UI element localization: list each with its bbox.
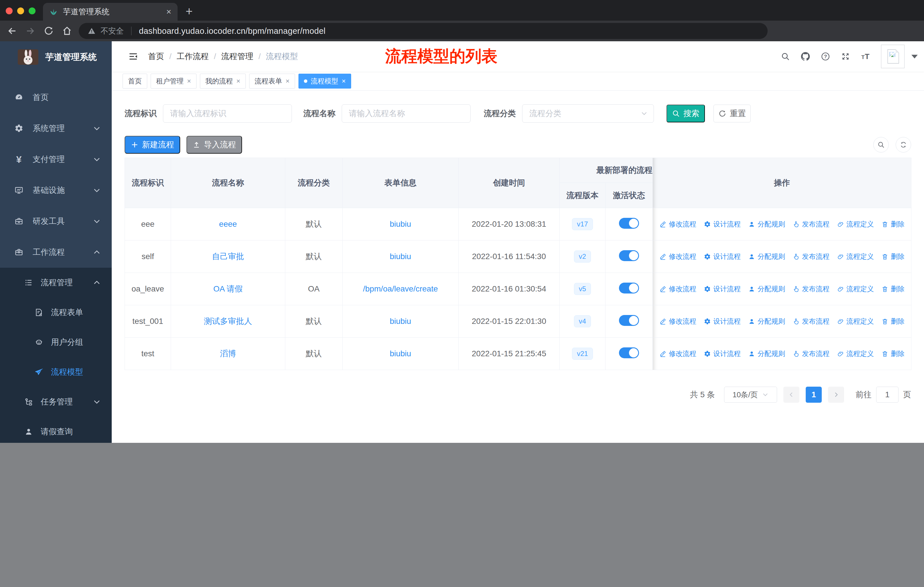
refresh-table-button[interactable] <box>896 137 911 152</box>
github-icon[interactable] <box>801 52 810 61</box>
delete-link[interactable]: 删除 <box>881 317 904 326</box>
form-info-link[interactable]: biubiu <box>390 317 411 326</box>
process-category-select[interactable]: 流程分类 <box>522 104 654 123</box>
breadcrumb-process-mgmt[interactable]: 流程管理 <box>221 51 254 62</box>
home-icon[interactable] <box>62 26 72 36</box>
assign-rule-link[interactable]: 分配规则 <box>748 252 785 261</box>
browser-tab[interactable]: 芋道管理系统 × <box>43 3 178 21</box>
back-icon[interactable] <box>7 26 17 36</box>
new-tab-button[interactable]: + <box>186 5 193 18</box>
process-name-link[interactable]: eeee <box>219 220 237 228</box>
search-button[interactable]: 搜索 <box>667 105 705 122</box>
form-info-link[interactable]: biubiu <box>390 252 411 261</box>
active-toggle[interactable] <box>619 315 639 326</box>
process-name-link[interactable]: 测试多审批人 <box>204 317 252 326</box>
sidebar-item-infra[interactable]: 基础设施 <box>0 175 112 206</box>
process-id-input[interactable] <box>163 104 292 123</box>
flow-definition-link[interactable]: 流程定义 <box>837 252 874 261</box>
publish-flow-link[interactable]: 发布流程 <box>792 317 830 326</box>
question-icon[interactable]: ? <box>821 52 830 61</box>
sidebar-item-leave-query[interactable]: 请假查询 <box>0 417 112 443</box>
form-info-link[interactable]: /bpm/oa/leave/create <box>363 284 438 293</box>
assign-rule-link[interactable]: 分配规则 <box>748 349 785 358</box>
avatar[interactable] <box>881 45 904 68</box>
forward-icon[interactable] <box>25 26 36 36</box>
modify-flow-link[interactable]: 修改流程 <box>659 349 696 358</box>
assign-rule-link[interactable]: 分配规则 <box>748 220 785 229</box>
sidebar-item-system[interactable]: 系统管理 <box>0 113 112 144</box>
design-flow-link[interactable]: 设计流程 <box>704 252 741 261</box>
close-window-button[interactable] <box>6 7 13 14</box>
create-process-button[interactable]: 新建流程 <box>125 136 180 154</box>
sidebar-item-process-mgmt[interactable]: 流程管理 <box>0 268 112 298</box>
active-toggle[interactable] <box>619 250 639 261</box>
sidebar-item-devtools[interactable]: 研发工具 <box>0 206 112 237</box>
reload-icon[interactable] <box>43 26 54 36</box>
design-flow-link[interactable]: 设计流程 <box>704 284 741 293</box>
modify-flow-link[interactable]: 修改流程 <box>659 317 696 326</box>
breadcrumb-workflow[interactable]: 工作流程 <box>177 51 209 62</box>
process-name-link[interactable]: OA 请假 <box>213 284 243 293</box>
delete-link[interactable]: 删除 <box>881 284 904 293</box>
active-toggle[interactable] <box>619 347 639 358</box>
import-process-button[interactable]: 导入流程 <box>186 136 242 154</box>
address-bar[interactable]: 不安全 dashboard.yudao.iocoder.cn/bpm/manag… <box>79 23 767 39</box>
design-flow-link[interactable]: 设计流程 <box>704 349 741 358</box>
hamburger-icon[interactable] <box>127 51 139 61</box>
flow-definition-link[interactable]: 流程定义 <box>837 317 874 326</box>
close-icon[interactable]: × <box>187 77 191 85</box>
prev-page-button[interactable] <box>784 387 799 403</box>
search-icon[interactable] <box>781 52 790 61</box>
page-tag-process-form[interactable]: 流程表单× <box>249 74 295 89</box>
publish-flow-link[interactable]: 发布流程 <box>792 220 830 229</box>
flow-definition-link[interactable]: 流程定义 <box>837 349 874 358</box>
zoom-window-button[interactable] <box>29 7 36 14</box>
sidebar-item-workflow[interactable]: 工作流程 <box>0 237 112 268</box>
reset-button[interactable]: 重置 <box>713 105 751 122</box>
page-tag-home[interactable]: 首页 <box>122 74 147 89</box>
show-search-button[interactable] <box>873 137 889 152</box>
publish-flow-link[interactable]: 发布流程 <box>792 349 830 358</box>
design-flow-link[interactable]: 设计流程 <box>704 220 741 229</box>
process-name-link[interactable]: 滔博 <box>220 349 236 358</box>
process-name-input[interactable] <box>342 104 470 123</box>
publish-flow-link[interactable]: 发布流程 <box>792 252 830 261</box>
form-info-link[interactable]: biubiu <box>390 220 411 228</box>
delete-link[interactable]: 删除 <box>881 220 904 229</box>
sidebar-item-home[interactable]: 首页 <box>0 82 112 113</box>
sidebar-item-user-group[interactable]: 用户分组 <box>0 327 112 357</box>
process-name-link[interactable]: 自己审批 <box>212 252 244 261</box>
close-icon[interactable]: × <box>285 77 290 85</box>
active-toggle[interactable] <box>619 283 639 293</box>
page-tag-tenant[interactable]: 租户管理× <box>151 74 196 89</box>
security-label[interactable]: 不安全 <box>101 26 124 36</box>
delete-link[interactable]: 删除 <box>881 349 904 358</box>
minimize-window-button[interactable] <box>17 7 24 14</box>
sidebar-item-process-form[interactable]: 流程表单 <box>0 298 112 327</box>
page-size-select[interactable]: 10条/页 <box>724 387 777 403</box>
goto-page-input[interactable] <box>876 387 899 403</box>
tab-close-icon[interactable]: × <box>166 7 171 17</box>
sidebar-item-task-mgmt[interactable]: 任务管理 <box>0 387 112 417</box>
design-flow-link[interactable]: 设计流程 <box>704 317 741 326</box>
url-text[interactable]: dashboard.yudao.iocoder.cn/bpm/manager/m… <box>139 26 326 36</box>
font-size-icon[interactable]: TT <box>861 52 870 61</box>
active-toggle[interactable] <box>619 218 639 229</box>
assign-rule-link[interactable]: 分配规则 <box>748 284 785 293</box>
avatar-caret-icon[interactable] <box>911 55 918 58</box>
page-tag-my-process[interactable]: 我的流程× <box>200 74 246 89</box>
breadcrumb-home[interactable]: 首页 <box>148 51 164 62</box>
flow-definition-link[interactable]: 流程定义 <box>837 284 874 293</box>
flow-definition-link[interactable]: 流程定义 <box>837 220 874 229</box>
window-controls[interactable] <box>6 7 36 14</box>
page-tag-process-model[interactable]: 流程模型× <box>299 74 351 89</box>
next-page-button[interactable] <box>828 387 844 403</box>
modify-flow-link[interactable]: 修改流程 <box>659 284 696 293</box>
fullscreen-icon[interactable] <box>841 52 850 61</box>
close-icon[interactable]: × <box>236 77 240 85</box>
modify-flow-link[interactable]: 修改流程 <box>659 220 696 229</box>
close-icon[interactable]: × <box>342 77 346 85</box>
assign-rule-link[interactable]: 分配规则 <box>748 317 785 326</box>
sidebar-item-payment[interactable]: ¥支付管理 <box>0 144 112 175</box>
publish-flow-link[interactable]: 发布流程 <box>792 284 830 293</box>
